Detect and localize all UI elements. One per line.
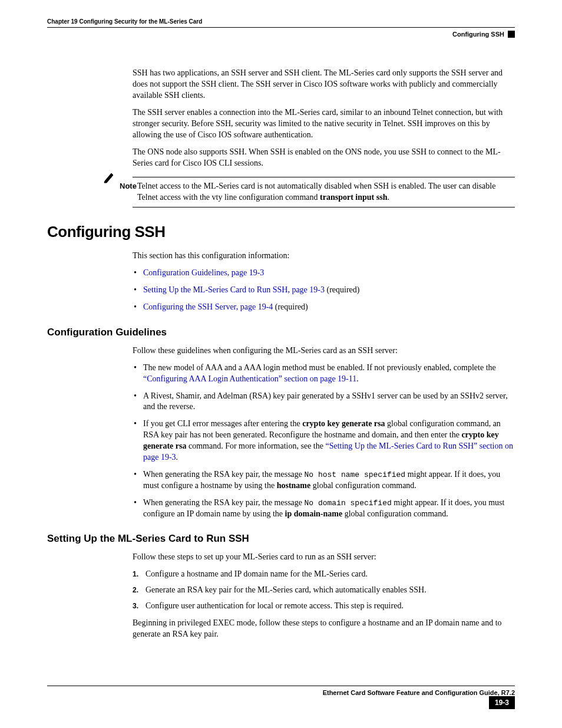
toc-item: Configuring the SSH Server, page 19-4 (r… xyxy=(133,302,515,313)
step-item: Generate an RSA key pair for the ML-Seri… xyxy=(133,585,515,596)
list-item: If you get CLI error messages after ente… xyxy=(133,419,515,463)
link-aaa-auth[interactable]: “Configuring AAA Login Authentication” s… xyxy=(143,374,356,383)
toc-list: Configuration Guidelines, page 19-3 Sett… xyxy=(133,268,515,313)
heading-configuring-ssh: Configuring SSH xyxy=(47,222,515,242)
note-block: Note Telnet access to the ML-Series card… xyxy=(103,177,515,207)
setup-steps: Configure a hostname and IP domain name … xyxy=(133,569,515,612)
note-label: Note xyxy=(120,181,137,192)
intro-paragraph-3: The ONS node also supports SSH. When SSH… xyxy=(133,147,515,169)
step-item: Configure a hostname and IP domain name … xyxy=(133,569,515,580)
heading-config-guidelines: Configuration Guidelines xyxy=(47,326,515,340)
guidelines-list: The new model of AAA and a AAA login met… xyxy=(133,363,515,520)
link-configuring-ssh-server[interactable]: Configuring the SSH Server, page 19-4 xyxy=(143,302,273,311)
list-item: When generating the RSA key pair, the me… xyxy=(133,498,515,520)
page-number: 19-3 xyxy=(489,696,515,709)
toc-item: Setting Up the ML-Series Card to Run SSH… xyxy=(133,285,515,296)
section-header-row: Configuring SSH xyxy=(47,30,515,39)
list-item: A Rivest, Shamir, and Adelman (RSA) key … xyxy=(133,391,515,413)
note-text: Telnet access to the ML-Series card is n… xyxy=(137,181,515,203)
sec-intro: This section has this configuration info… xyxy=(133,251,515,262)
link-config-guidelines[interactable]: Configuration Guidelines, page 19-3 xyxy=(143,268,264,277)
footer: Ethernet Card Software Feature and Confi… xyxy=(47,686,515,709)
pencil-icon xyxy=(103,172,116,183)
setup-intro: Follow these steps to set up your ML-Ser… xyxy=(133,552,515,563)
guidelines-intro: Follow these guidelines when configuring… xyxy=(133,345,515,357)
intro-paragraph-2: The SSH server enables a connection into… xyxy=(133,107,515,141)
header-marker-icon xyxy=(508,31,515,38)
step-item: Configure user authentication for local … xyxy=(133,601,515,612)
list-item: The new model of AAA and a AAA login met… xyxy=(133,363,515,385)
running-header: Chapter 19 Configuring Security for the … xyxy=(47,18,515,28)
chapter-label: Chapter 19 Configuring Security for the … xyxy=(47,18,202,26)
intro-paragraph-1: SSH has two applications, an SSH server … xyxy=(133,68,515,101)
footer-title: Ethernet Card Software Feature and Confi… xyxy=(47,689,515,697)
setup-outro: Beginning in privileged EXEC mode, follo… xyxy=(133,618,515,640)
link-setting-up-ssh[interactable]: Setting Up the ML-Series Card to Run SSH… xyxy=(143,285,325,294)
list-item: When generating the RSA key pair, the me… xyxy=(133,469,515,492)
heading-setting-up-ssh: Setting Up the ML-Series Card to Run SSH xyxy=(47,532,515,546)
section-label: Configuring SSH xyxy=(452,30,504,39)
toc-item: Configuration Guidelines, page 19-3 xyxy=(133,268,515,279)
